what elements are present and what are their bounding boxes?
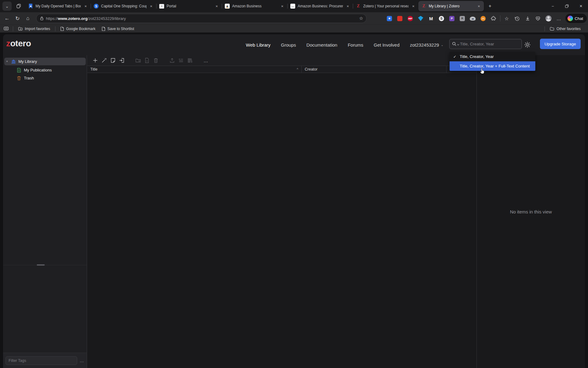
blue-bookmark-extension-icon[interactable]: ★ [384,13,395,24]
cloud-extension-icon[interactable]: ☁ [468,13,478,24]
tab-portal[interactable]: ≡ Portal ✕ [156,1,222,11]
tab-title: Amazon Business: Procurement & [298,4,343,8]
remove-item-button[interactable] [143,56,151,64]
close-window-button[interactable]: ✕ [574,0,588,12]
downloads-button[interactable] [522,13,533,24]
tab-amazon-procurement[interactable]: Amazon Business: Procurement & ✕ [287,1,353,11]
nav-forums[interactable]: Forums [348,42,363,48]
address-bar[interactable]: https://www.zotero.org/zot232453229/libr… [36,14,367,23]
new-item-button[interactable] [91,56,99,64]
add-by-identifier-wand-button[interactable] [100,56,108,64]
history-button[interactable] [512,13,522,24]
favorites-separator [13,26,13,31]
export-item-button[interactable] [168,56,176,64]
add-favorite-star-icon[interactable]: ☆ [359,16,363,21]
browser-toolbar: ← ↻ ⌂ https://www.zotero.org/zot23245322… [0,12,588,25]
purple-p-extension-icon[interactable]: P [447,13,457,24]
new-note-button[interactable] [109,56,117,64]
blue-gem-extension-icon[interactable] [416,13,426,24]
favorites-separator [545,26,545,31]
favorites-bar: Import favorites Google Bookmark Save to… [0,25,588,33]
library-search-box[interactable] [449,39,522,49]
profile-avatar[interactable] [543,13,554,24]
tab-amazon-business[interactable]: a Amazon Business ✕ [222,1,287,11]
amazon-favicon-icon: a [225,4,230,9]
tag-options-button[interactable]: … [80,358,84,363]
extensions-puzzle-icon[interactable] [488,13,499,24]
adblock-plus-extension-icon[interactable]: ABP [405,13,416,24]
tab-bookmarks[interactable]: ★ My Daily Opened Tabs | Bookmar ✕ [25,1,91,11]
sidebar-item-trash[interactable]: Trash [4,74,86,82]
tab-close-button[interactable]: ✕ [280,4,285,9]
sidebar-item-my-library[interactable]: ▼ My Library [4,58,86,65]
gray-r-extension-icon[interactable]: R [457,13,468,24]
expander-triangle-icon[interactable]: ▼ [6,60,9,63]
extensions-row: ★ ABP M S P R ☁ (+) ☆ … Chat [384,12,588,25]
delete-item-trash-button[interactable] [152,56,160,64]
copilot-chat-button[interactable]: Chat [565,14,587,23]
tab-close-button[interactable]: ✕ [477,4,481,9]
other-favorites-button[interactable]: Other favorites [547,25,584,32]
settings-more-button[interactable]: … [554,13,564,24]
new-tab-button[interactable]: + [486,2,494,10]
refresh-button[interactable]: ↻ [12,13,23,23]
browser-essentials-icon[interactable] [533,13,543,24]
s-circle-extension-icon[interactable]: S [436,13,447,24]
tab-zotero-home[interactable]: Z Zotero | Your personal research a ✕ [353,1,418,11]
window-controls: – ✕ [546,0,588,12]
filter-tags-input[interactable] [6,356,77,365]
tab-close-button[interactable]: ✕ [83,4,88,9]
tab-group-icon[interactable] [14,2,23,11]
nav-get-involved[interactable]: Get Involved [374,42,399,48]
sidebar-item-my-publications[interactable]: My Publications [4,66,86,74]
search-scope-chevron-icon[interactable] [457,44,459,46]
column-title[interactable]: Title ^ [87,66,302,73]
tab-capital-one[interactable]: S Capital One Shopping: Coupons, ✕ [91,1,156,11]
reading-list-icon[interactable] [0,25,11,32]
tab-close-button[interactable]: ✕ [345,4,350,9]
minimize-button[interactable]: – [546,0,560,12]
zotero-logo[interactable]: zotero [6,39,31,48]
nav-documentation[interactable]: Documentation [307,42,337,48]
dropdown-option-fulltext[interactable]: Title, Creator, Year + Full-Text Content [450,61,535,71]
nav-groups[interactable]: Groups [281,42,296,48]
tab-close-button[interactable]: ✕ [214,4,219,9]
search-input[interactable] [460,42,519,46]
favorites-item-save-shortlist[interactable]: Save to Shortlist [99,25,137,32]
trash-icon [17,76,21,81]
create-bibliography-button[interactable] [177,56,185,64]
tag-selector-splitter[interactable] [3,265,87,265]
account-menu[interactable]: zot232453229⌄ [410,42,443,48]
back-button[interactable]: ← [2,13,12,23]
restore-button[interactable] [560,0,574,12]
tab-title: Capital One Shopping: Coupons, [101,4,146,8]
upgrade-storage-button[interactable]: Upgrade Storage [540,39,581,49]
other-favorites-label: Other favorites [556,27,581,31]
nav-web-library[interactable]: Web Library [246,42,271,48]
library-icon [11,59,16,64]
gear-icon[interactable] [524,41,531,48]
favorites-toolbar-button[interactable]: ☆ [502,13,512,24]
add-attachment-button[interactable] [118,56,126,64]
favorites-separator [55,26,55,31]
tab-close-button[interactable]: ✕ [149,4,154,9]
tab-my-library-active[interactable]: Z My Library | Zotero ✕ [418,1,484,11]
items-table-body[interactable] [87,73,477,368]
home-button[interactable]: ⌂ [23,13,33,23]
tab-close-button[interactable]: ✕ [411,4,416,9]
red-extension-icon[interactable] [395,13,405,24]
tab-title: Zotero | Your personal research a [363,4,409,8]
favorites-item-import[interactable]: Import favorites [15,25,53,32]
new-collection-button[interactable] [134,56,142,64]
zotero-body: ▼ My Library My Publications Trash [3,55,585,368]
column-creator[interactable]: Creator [302,66,447,73]
cite-books-button[interactable] [186,56,194,64]
tab-search-button[interactable]: ⌄ [2,2,12,11]
m-extension-icon[interactable]: M [426,13,436,24]
dropdown-option-title-creator-year[interactable]: ✓ Title, Creator, Year [450,52,535,61]
search-icon [452,42,457,46]
more-options-button[interactable]: … [202,56,210,64]
splitter-drag-handle[interactable] [37,264,45,266]
orange-coin-extension-icon[interactable]: (+) [478,13,488,24]
favorites-item-google-bookmark[interactable]: Google Bookmark [57,25,99,32]
